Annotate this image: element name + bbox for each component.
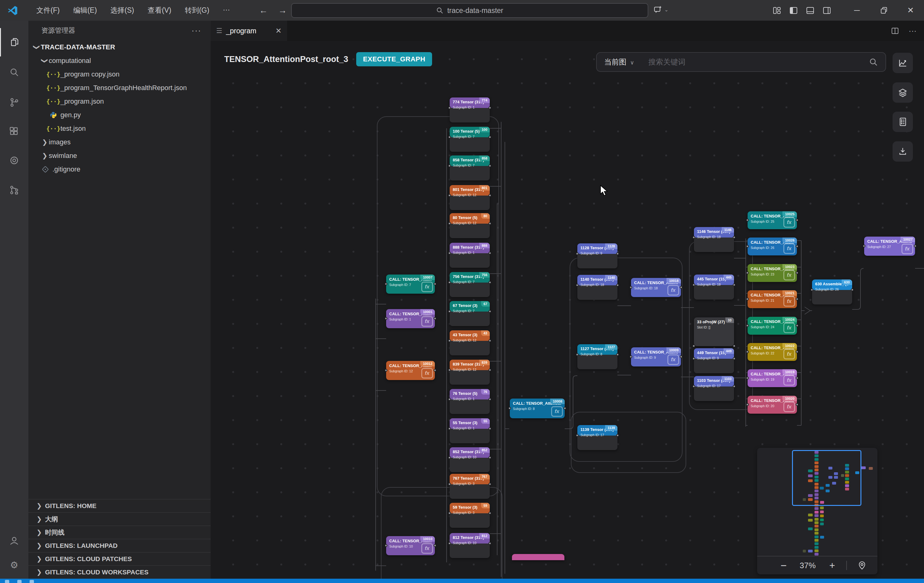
nav-forward-icon[interactable]: →	[278, 5, 287, 15]
zoom-in-button[interactable]: +	[829, 560, 835, 571]
graph-node-858[interactable]: 858 Tensor (317)Subgraph ID: 7858	[450, 155, 490, 180]
graph-search-input[interactable]: 搜索关键词	[648, 57, 685, 67]
sidebar-panel-3[interactable]: ❯GITLENS: LAUNCHPAD	[28, 539, 211, 552]
tree-item--program-json[interactable]: {··}_program.json	[28, 95, 211, 108]
graph-node-812[interactable]: 812 Tensor (316)Subgraph ID: 10812	[450, 533, 490, 558]
report-list-button[interactable]	[893, 112, 913, 132]
sidebar-panel-0[interactable]: ❯GITLENS: HOME	[28, 499, 211, 512]
graph-node-10001[interactable]: CALL: TENSOR_AttentionPost_leaf1_5Subgra…	[386, 309, 435, 328]
sidebar-panel-5[interactable]: ❯GITLENS: CLOUD WORKSPACES	[28, 565, 211, 579]
graph-node-67[interactable]: 67 Tensor (3)Subgraph ID: 767	[450, 301, 490, 326]
graph-node-100[interactable]: 100 Tensor (5)Subgraph ID: 7100	[450, 127, 490, 152]
graph-node-630[interactable]: 630 Assemble_ (315)Subgraph ID: 26630	[812, 279, 852, 304]
graph-node-445[interactable]: 445 Tensor (15)Subgraph ID: 18445	[694, 274, 734, 299]
tree-item--gitignore[interactable]: .gitignore	[28, 163, 211, 176]
trend-chart-button[interactable]	[893, 53, 913, 73]
sidebar-more-icon[interactable]: ···	[191, 26, 201, 35]
sidebar-panel-2[interactable]: ❯时间线	[28, 526, 211, 539]
minimap-viewport[interactable]	[792, 450, 861, 506]
graph-node-1146[interactable]: 1146 Tensor (320)Subgraph ID: 181146	[694, 227, 734, 252]
copilot-menu[interactable]: ⌄	[653, 5, 668, 14]
menu-item-2[interactable]: 选择(S)	[104, 3, 141, 18]
toggle-secondary-sidebar-icon[interactable]	[823, 6, 831, 15]
graph-node-756[interactable]: 756 Tensor (316)Subgraph ID: 7756	[450, 272, 490, 297]
graph-node-10023[interactable]: CALL: TENSOR_AttentionPost_leaf19_23Subg…	[747, 264, 797, 282]
nav-back-icon[interactable]: ←	[259, 5, 268, 15]
editor-more-icon[interactable]: ···	[909, 26, 917, 36]
graph-node-10008[interactable]: CALL: TENSOR_AttentionPost_leaf2_6Subgra…	[510, 398, 565, 418]
graph-node-10022[interactable]: CALL: TENSOR_AttentionPost_leaf19_23Subg…	[747, 343, 797, 361]
search-icon[interactable]	[869, 57, 878, 67]
tree-item--program-tensorgraphhealthreport-json[interactable]: {··}_program_TensorGraphHealthReport.jso…	[28, 81, 211, 95]
graph-node-10024[interactable]: CALL: TENSOR_AttentionPost_leaf19_23Subg…	[747, 317, 797, 335]
graph-search-bar[interactable]: 当前图 ∨ 搜索关键词	[596, 52, 886, 72]
graph-node-76[interactable]: 76 Tensor (5)Subgraph ID: 176	[450, 389, 490, 414]
menu-item-3[interactable]: 查看(V)	[141, 3, 178, 18]
graph-node-55[interactable]: 55 Tensor (3)Subgraph ID: 155	[450, 418, 490, 443]
activity-remote-ring-icon[interactable]	[0, 146, 28, 175]
graph-node-10019[interactable]: CALL: TENSOR_AttentionPost_leaf19_23Subg…	[747, 369, 797, 387]
tree-item--program-copy-json[interactable]: {··}_program copy.json	[28, 68, 211, 81]
graph-node-10012[interactable]: CALL: TENSOR_AttentionPost_leaf1_5Subgra…	[386, 361, 435, 380]
graph-node-80[interactable]: 80 Tensor (5)Subgraph ID: 1280	[450, 213, 490, 238]
activity-explorer-icon[interactable]	[0, 28, 28, 56]
graph-node-839[interactable]: 839 Tensor (317)Subgraph ID: 12839	[450, 360, 490, 385]
layers-button[interactable]	[893, 83, 913, 103]
toggle-panel-icon[interactable]	[806, 6, 815, 15]
graph-node-10027[interactable]: CALL: TENSOR_AttentionPost_leaf27_31Subg…	[864, 236, 915, 256]
graph-node-10020[interactable]: CALL: TENSOR_AttentionPost_leaf19_23Subg…	[747, 396, 797, 414]
graph-scope-select[interactable]: 当前图	[604, 57, 626, 67]
graph-node-449[interactable]: 449 Tensor (15)Subgraph ID: 9449	[694, 348, 734, 373]
tab-close-icon[interactable]: ✕	[276, 26, 282, 35]
graph-node-10018[interactable]: CALL: TENSOR_AttentionPost_leaf9_13Subgr…	[631, 278, 681, 297]
split-editor-icon[interactable]	[891, 26, 899, 35]
graph-node-10010[interactable]: CALL: TENSOR_AttentionPost_leaf1_5Subgra…	[386, 536, 435, 555]
activity-source-control-icon[interactable]	[0, 88, 28, 117]
tree-item-test-json[interactable]: {··}test.json	[28, 122, 211, 135]
graph-node-1140[interactable]: 1140 Tensor (319)Subgraph ID: 181140	[578, 275, 617, 300]
graph-node-888[interactable]: 888 Tensor (317)Subgraph ID: 1888	[450, 243, 490, 268]
graph-node-767[interactable]: 767 Tensor (316)Subgraph ID: 3767	[450, 474, 490, 499]
graph-node-1139[interactable]: 1139 Tensor (318)Subgraph ID: 171139	[578, 425, 617, 450]
status-bar[interactable]	[0, 579, 924, 583]
graph-node-1103[interactable]: 1103 Tensor (320)Subgraph ID: 171103	[694, 376, 734, 401]
activity-gitlens-graph-icon[interactable]	[0, 176, 28, 204]
menu-item-5[interactable]: ···	[216, 3, 237, 18]
activity-settings-icon[interactable]: ⚙	[0, 551, 28, 579]
tree-item-swimlane[interactable]: ❯swimlane	[28, 149, 211, 163]
sidebar-panel-4[interactable]: ❯GITLENS: CLOUD PATCHES	[28, 552, 211, 565]
graph-node-43[interactable]: 43 Tensor (3)Subgraph ID: 1243	[450, 330, 490, 355]
activity-search-icon[interactable]	[0, 58, 28, 87]
graph-node-1127[interactable]: 1127 Tensor (318)Subgraph ID: 81127	[578, 344, 617, 369]
restore-button[interactable]	[870, 0, 897, 21]
locate-pin-icon[interactable]	[857, 561, 867, 570]
graph-node-10025[interactable]: CALL: TENSOR_AttentionPost_leaf19_23Subg…	[747, 211, 797, 229]
graph-node-10009[interactable]: CALL: TENSOR_AttentionPost_leaf9_13Subgr…	[631, 347, 681, 367]
graph-node-774[interactable]: 774 Tensor (316)Subgraph ID: 1774	[450, 97, 490, 122]
menu-item-0[interactable]: 文件(F)	[30, 3, 66, 18]
activity-extensions-icon[interactable]	[0, 117, 28, 145]
graph-node-10021[interactable]: CALL: TENSOR_AttentionPost_leaf19_23Subg…	[747, 290, 797, 308]
tree-item-gen-py[interactable]: gen.py	[28, 108, 211, 122]
graph-node-59[interactable]: 59 Tensor (3)Subgraph ID: 359	[450, 503, 490, 528]
graph-node-sliver[interactable]	[512, 554, 564, 560]
graph-node-1128[interactable]: 1128 Tensor (319)Subgraph ID: 91128	[578, 243, 617, 268]
tree-item-images[interactable]: ❯images	[28, 135, 211, 149]
graph-node-10026[interactable]: CALL: TENSOR_AttentionPost_leaf19_23Subg…	[747, 238, 797, 255]
tree-item-computational[interactable]: ❯computational	[28, 54, 211, 68]
minimize-button[interactable]: ─	[843, 0, 870, 21]
sidebar-panel-1[interactable]: ❯大纲	[28, 512, 211, 526]
tab-program[interactable]: ☰ _program ✕	[211, 21, 287, 41]
graph-canvas[interactable]: TENSOR_AttentionPost_root_3 EXECUTE_GRAP…	[211, 41, 924, 579]
tree-item-trace-data-master[interactable]: ❯TRACE-DATA-MASTER	[28, 40, 211, 54]
menu-item-4[interactable]: 转到(G)	[178, 3, 216, 18]
command-center-search[interactable]: trace-data-master	[291, 3, 648, 18]
zoom-out-button[interactable]: −	[780, 560, 787, 571]
toggle-sidebar-icon[interactable]	[789, 6, 798, 15]
menu-item-1[interactable]: 编辑(E)	[66, 3, 104, 18]
close-button[interactable]: ✕	[897, 0, 924, 21]
graph-node-10007[interactable]: CALL: TENSOR_AttentionPost_leaf1_5Subgra…	[386, 274, 435, 294]
download-button[interactable]	[893, 141, 913, 162]
graph-node-33[interactable]: 33 oProjW (27)Slot ID: []33	[694, 317, 734, 346]
graph-node-852[interactable]: 852 Tensor (317)Subgraph ID: 10852	[450, 447, 490, 472]
